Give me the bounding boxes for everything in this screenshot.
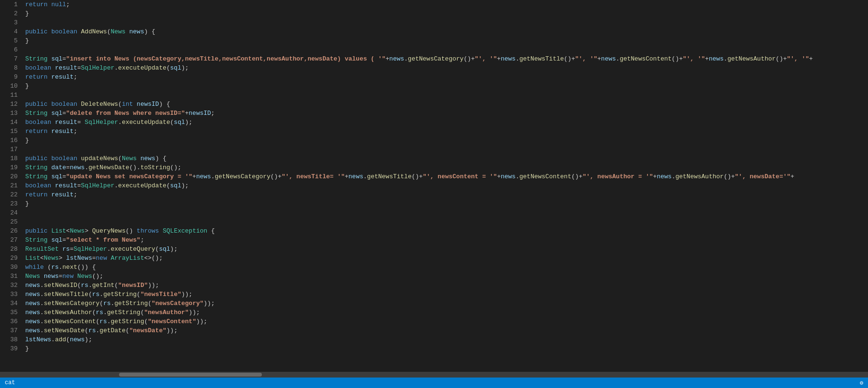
line-number: 17 — [8, 145, 18, 154]
code-content[interactable]: return null;}public boolean AddNews(News… — [21, 0, 868, 372]
code-line: public boolean DeleteNews(int newsID) { — [25, 100, 868, 109]
line-number: 34 — [8, 299, 18, 308]
code-line — [25, 45, 868, 54]
line-number: 15 — [8, 127, 18, 136]
code-line: return result; — [25, 72, 868, 82]
code-line: boolean result= SqlHelper.executeUpdate(… — [25, 118, 868, 127]
status-text: cat — [5, 379, 15, 386]
line-number: 21 — [8, 181, 18, 190]
line-number: 10 — [8, 82, 18, 91]
code-line: return null; — [25, 0, 868, 9]
code-line: public boolean updateNews(News news) { — [25, 154, 868, 163]
line-number: 38 — [8, 335, 18, 344]
code-line: boolean result=SqlHelper.executeUpdate(s… — [25, 63, 868, 72]
code-line: String sql="select * from News"; — [25, 235, 868, 245]
line-number: 35 — [8, 308, 18, 317]
code-line: } — [25, 36, 868, 45]
line-number: 5 — [8, 36, 18, 45]
code-line: } — [25, 199, 868, 208]
code-line: } — [25, 136, 868, 145]
code-line: news.setNewsCategory(rs.getString("newsC… — [25, 299, 868, 308]
line-number: 39 — [8, 344, 18, 353]
line-number: 12 — [8, 100, 18, 109]
scrollbar-thumb[interactable] — [119, 373, 262, 377]
line-number: 33 — [8, 290, 18, 299]
code-line: news.setNewsContent(rs.getString("newsCo… — [25, 317, 868, 326]
line-number: 13 — [8, 109, 18, 118]
line-number: 8 — [8, 63, 18, 72]
code-line: news.setNewsAuthor(rs.getString("newsAut… — [25, 308, 868, 317]
line-number: 4 — [8, 27, 18, 36]
line-number: 31 — [8, 272, 18, 281]
line-number: 26 — [8, 226, 18, 235]
line-number: 20 — [8, 172, 18, 181]
code-line: boolean result=SqlHelper.executeUpdate(s… — [25, 181, 868, 190]
line-number: 2 — [8, 9, 18, 18]
line-number: 27 — [8, 235, 18, 245]
line-number: 18 — [8, 154, 18, 163]
code-line: } — [25, 82, 868, 91]
line-number: 32 — [8, 281, 18, 290]
line-number: 19 — [8, 163, 18, 172]
line-number: 36 — [8, 317, 18, 326]
code-line — [25, 18, 868, 27]
code-area[interactable]: 1234567891011121314151617181920212223242… — [0, 0, 868, 372]
code-line: String sql="delete from News where newsI… — [25, 109, 868, 118]
code-line — [25, 208, 868, 217]
line-number: 14 — [8, 118, 18, 127]
status-left: cat — [5, 379, 15, 386]
code-line: public boolean AddNews(News news) { — [25, 27, 868, 36]
line-number: 28 — [8, 245, 18, 254]
line-number: 37 — [8, 326, 18, 335]
code-line: news.setNewsID(rs.getInt("newsID")); — [25, 281, 868, 290]
line-number: 16 — [8, 136, 18, 145]
code-line — [25, 145, 868, 154]
line-number: 7 — [8, 54, 18, 63]
status-right: ⚙ — [860, 379, 863, 387]
line-numbers: 1234567891011121314151617181920212223242… — [0, 0, 21, 372]
line-number: 3 — [8, 18, 18, 27]
code-line: public List<News> QueryNews() throws SQL… — [25, 226, 868, 235]
code-line — [25, 217, 868, 226]
code-line — [25, 91, 868, 100]
line-number: 23 — [8, 199, 18, 208]
line-number: 30 — [8, 263, 18, 272]
status-bar: cat ⚙ — [0, 378, 868, 388]
line-number: 25 — [8, 217, 18, 226]
line-number: 29 — [8, 254, 18, 263]
code-line: return result; — [25, 190, 868, 199]
line-number: 1 — [8, 0, 18, 9]
horizontal-scrollbar[interactable] — [0, 372, 868, 378]
line-number: 6 — [8, 45, 18, 54]
code-line: String sql="insert into News (newsCatego… — [25, 54, 868, 63]
code-line: ResultSet rs=SqlHelper.executeQuery(sql)… — [25, 245, 868, 254]
code-line: news.setNewsTitle(rs.getString("newsTitl… — [25, 290, 868, 299]
code-line: } — [25, 344, 868, 353]
code-line: news.setNewsDate(rs.getDate("newsDate"))… — [25, 326, 868, 335]
line-number: 24 — [8, 208, 18, 217]
line-number: 9 — [8, 72, 18, 82]
code-line: return result; — [25, 127, 868, 136]
code-line: } — [25, 9, 868, 18]
settings-icon[interactable]: ⚙ — [860, 379, 863, 387]
code-line: lstNews.add(news); — [25, 335, 868, 344]
line-number: 11 — [8, 91, 18, 100]
editor-container: 1234567891011121314151617181920212223242… — [0, 0, 868, 388]
line-number: 22 — [8, 190, 18, 199]
code-line: while (rs.next()) { — [25, 263, 868, 272]
code-line: String sql="update News set newsCategory… — [25, 172, 868, 181]
code-line: List<News> lstNews=new ArrayList<>(); — [25, 254, 868, 263]
code-line: News news=new News(); — [25, 272, 868, 281]
code-line: String date=news.getNewsDate().toString(… — [25, 163, 868, 172]
